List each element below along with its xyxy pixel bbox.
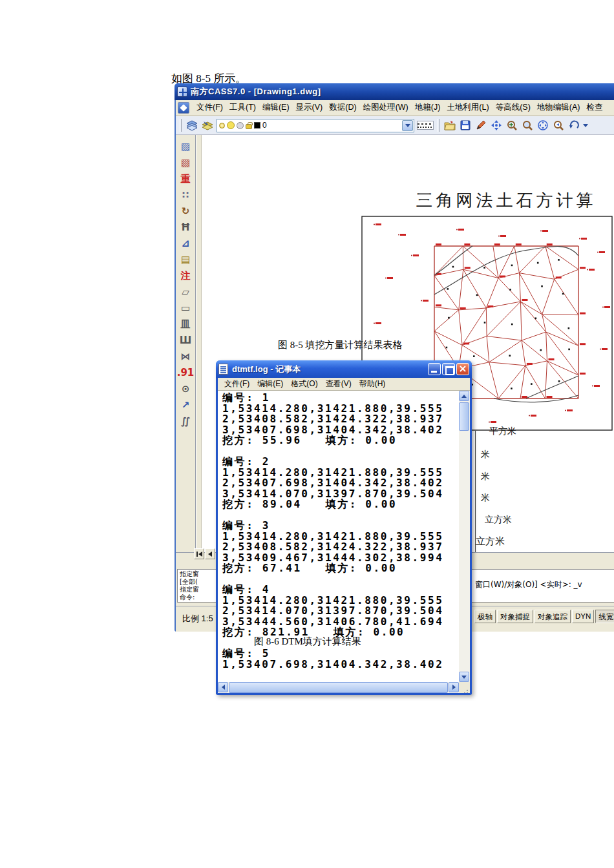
- layer-color-swatch[interactable]: [254, 122, 260, 129]
- layer-sun-icon[interactable]: [227, 121, 235, 129]
- cass-menu-item[interactable]: 显示(V): [293, 100, 326, 115]
- status-toggle-button[interactable]: 极轴: [474, 610, 496, 623]
- comb-icon[interactable]: Ш: [178, 333, 193, 348]
- scale-label: 比例 1:5: [182, 613, 213, 625]
- toolbar-edge: [196, 135, 202, 552]
- tab-first-button[interactable]: [194, 548, 204, 559]
- layer-manager-icon[interactable]: [201, 119, 214, 132]
- measure-icon[interactable]: Ħ: [178, 220, 193, 235]
- maximize-button[interactable]: [442, 363, 455, 375]
- cass-menu-item[interactable]: 文件(F): [193, 100, 226, 115]
- cass-menu-item[interactable]: 工具(T): [226, 100, 259, 115]
- cass-menu-item[interactable]: 编辑(E): [259, 100, 293, 115]
- zoom-plot-icon[interactable]: ⊿: [178, 236, 193, 251]
- notepad-line: 挖方: 67.41 填方: 0.00: [222, 563, 459, 574]
- resize-grip[interactable]: [459, 682, 470, 693]
- toolbar-grip[interactable]: [180, 119, 182, 132]
- edit-feature-alt-icon[interactable]: ▧: [178, 155, 193, 170]
- toolbar-grip[interactable]: [438, 119, 439, 132]
- table-unit-cell: 立方米: [476, 535, 505, 548]
- scroll-right-button[interactable]: [449, 682, 459, 692]
- scroll-down-button[interactable]: [459, 672, 469, 682]
- status-toggles: 极轴对象捕捉对象追踪DYN线宽模型: [474, 610, 614, 623]
- horizontal-scrollbar[interactable]: [218, 682, 459, 693]
- notepad-titlebar[interactable]: dtmtf.log - 记事本: [216, 360, 472, 378]
- arrow-line-icon[interactable]: ↗: [178, 397, 193, 413]
- drawing-menu-icon[interactable]: [178, 102, 189, 114]
- status-toggle-button[interactable]: 对象追踪: [535, 610, 571, 623]
- status-toggle-button[interactable]: DYN: [572, 610, 594, 623]
- grid-icon[interactable]: 皿: [178, 316, 193, 332]
- figure-8-6-caption: 图 8-6 DTM填方计算结果: [254, 636, 361, 648]
- tab-prev-button[interactable]: [205, 548, 215, 559]
- layer-lock-icon[interactable]: [246, 124, 252, 129]
- left-toolbar: ▨▧重∷↻Ħ⊿▤注▱▭皿Ш⋈.91⊙↗∬: [176, 135, 196, 552]
- regen-icon[interactable]: 重: [178, 171, 193, 187]
- layer-combobox[interactable]: 0: [217, 119, 414, 132]
- zoom-window-icon[interactable]: [521, 119, 534, 132]
- cass-app-icon: [177, 87, 187, 97]
- horizontal-scroll-thumb[interactable]: [229, 682, 448, 693]
- rectangle-icon[interactable]: ▭: [178, 300, 193, 316]
- layers-icon[interactable]: [185, 119, 198, 132]
- cass-menubar: 文件(F)工具(T)编辑(E)显示(V)数据(D)绘图处理(W)地籍(J)土地利…: [176, 100, 614, 116]
- edit-feature-icon[interactable]: ▨: [178, 139, 193, 154]
- table-unit-cell: 米: [481, 471, 490, 482]
- cass-menu-item[interactable]: 地籍(J): [412, 100, 444, 115]
- drawing-title: 三角网法土石方计算: [406, 189, 606, 212]
- notepad-menu-item[interactable]: 帮助(H): [355, 377, 390, 391]
- table-unit-cell: 米: [481, 449, 490, 460]
- cass-window-title: 南方CASS7.0 - [Drawing1.dwg]: [191, 86, 321, 98]
- minimize-button[interactable]: [428, 363, 441, 375]
- decimal-label-icon[interactable]: .91: [178, 365, 193, 380]
- notepad-window-title: dtmtf.log - 记事本: [232, 364, 301, 375]
- zoom-extents-icon[interactable]: [536, 119, 549, 132]
- open-folder-icon[interactable]: [443, 119, 456, 132]
- cass-toolbar: 0: [176, 116, 614, 135]
- cass-titlebar[interactable]: 南方CASS7.0 - [Drawing1.dwg]: [175, 83, 614, 100]
- vertical-scroll-thumb[interactable]: [459, 402, 469, 431]
- table-unit-cell: 平方米: [489, 426, 516, 437]
- notepad-menu-item[interactable]: 查看(V): [322, 377, 355, 391]
- notepad-line: 挖方: 55.96 填方: 0.00: [222, 435, 459, 446]
- linetype-icon[interactable]: [417, 121, 434, 130]
- node-edit-icon[interactable]: ∷: [178, 187, 193, 203]
- zoom-realtime-icon[interactable]: [505, 119, 518, 132]
- undo-dropdown-icon[interactable]: [583, 124, 588, 127]
- notepad-menu-item[interactable]: 格式(O): [287, 377, 321, 391]
- layer-freeze-icon[interactable]: [237, 122, 244, 129]
- undo-icon[interactable]: [567, 119, 580, 132]
- layer-on-icon[interactable]: [219, 123, 225, 129]
- curve-icon[interactable]: ∬: [178, 413, 193, 429]
- zoom-previous-icon[interactable]: [552, 119, 565, 132]
- cass-menu-item[interactable]: 土地利用(L): [443, 100, 492, 115]
- notepad-menubar: 文件(F)编辑(E)格式(O)查看(V)帮助(H): [218, 378, 470, 391]
- notepad-menu-item[interactable]: 文件(F): [220, 377, 253, 391]
- table-unit-cell: 立方米: [485, 514, 512, 526]
- furniture-icon[interactable]: ⋈: [178, 349, 193, 364]
- notepad-menu-item[interactable]: 编辑(E): [253, 377, 287, 391]
- vertical-scrollbar[interactable]: [459, 391, 470, 682]
- draw-pencil-icon[interactable]: [474, 119, 487, 132]
- notepad-icon: [218, 364, 228, 375]
- pan-icon[interactable]: [490, 119, 503, 132]
- cass-menu-item[interactable]: 等高线(S): [492, 100, 534, 115]
- status-toggle-button[interactable]: 线宽: [595, 610, 614, 623]
- cass-menu-item[interactable]: 数据(D): [326, 100, 359, 115]
- annotate-icon[interactable]: 注: [178, 268, 193, 284]
- circle-point-icon[interactable]: ⊙: [178, 381, 193, 397]
- scroll-up-button[interactable]: [459, 391, 469, 401]
- command-history: 指定窗[全部(指定窗命令:: [180, 570, 199, 601]
- ruler-icon[interactable]: ▤: [178, 252, 193, 267]
- close-button[interactable]: [456, 363, 469, 375]
- cass-menu-item[interactable]: 绘图处理(W): [360, 100, 412, 115]
- current-layer-name: 0: [262, 121, 267, 130]
- view-rotate-icon[interactable]: ↻: [178, 203, 193, 219]
- status-toggle-button[interactable]: 对象捕捉: [497, 610, 533, 623]
- cass-menu-item[interactable]: 地物编辑(A): [534, 100, 584, 115]
- polygon-icon[interactable]: ▱: [178, 284, 193, 300]
- save-icon[interactable]: [459, 119, 472, 132]
- cass-menu-item[interactable]: 检查: [583, 100, 606, 115]
- layer-combo-dropdown[interactable]: [402, 120, 413, 131]
- scroll-left-button[interactable]: [218, 682, 228, 692]
